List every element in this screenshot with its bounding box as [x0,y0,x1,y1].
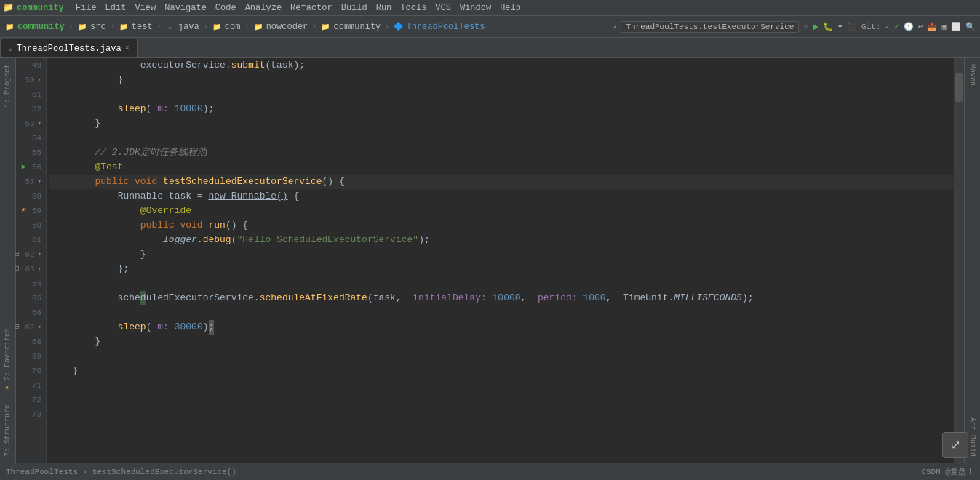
line-num-66: 66 [16,305,41,320]
menu-item-help[interactable]: Help [495,1,525,15]
bc-community[interactable]: community [333,22,381,32]
code-editor[interactable]: executorService.submit(task); } sleep( m… [47,58,954,463]
method-selector[interactable]: ThreadPoolTests.testExecutorService [621,21,799,33]
code-line-58: Runnable task = new Runnable() { [49,189,954,204]
line-num-57: 57▾ [16,175,41,189]
tab-title: ThreadPoolTests.java [17,44,121,54]
tab-threadpool[interactable]: ☕ ThreadPoolTests.java × [0,39,138,57]
line-numbers: 4950▾515253▾5455▶5657▾58⊙596061⊟62▾⊟63▾6… [16,58,47,463]
bc-nowcoder[interactable]: nowcoder [266,22,308,32]
code-line-53: } [49,116,954,131]
toolbar: 📁 community › 📁 src › 📁 test › ☕ java › … [0,16,980,38]
gutter-icon-59[interactable]: ⊙ [19,206,29,216]
line-num-54: 54 [16,131,41,145]
menu-item-window[interactable]: Window [455,1,495,15]
menu-item-view[interactable]: View [130,1,160,15]
line-num-69: 69 [16,349,41,364]
git-label: Git: [861,23,880,31]
bc-src-icon: 📁 [77,22,87,32]
fold-arrow-63[interactable]: ▾ [38,262,41,276]
fold-arrow-50[interactable]: ▾ [38,73,41,87]
line-num-59: ⊙59 [16,204,41,218]
menu-item-vcs[interactable]: VCS [431,1,455,15]
expand-button[interactable]: ⤢ [942,432,968,458]
code-line-52: sleep( m: 10000); [49,102,954,116]
code-line-67: sleep( m: 30000); [49,320,954,335]
line-num-56: ▶56 [16,160,41,175]
main-layout: 1: Project ★ 2: Favorites 7: Structure 4… [0,58,980,463]
git-clock: 🕐 [904,22,914,31]
code-line-64 [49,276,954,291]
left-sidebar: 1: Project ★ 2: Favorites 7: Structure [0,58,16,463]
fold-arrow-67[interactable]: ▾ [38,320,41,335]
code-line-66 [49,305,954,320]
status-right-text: CSDN @复盘！ [921,466,974,477]
code-line-56: @Test [49,160,954,175]
bc-src[interactable]: src [90,22,106,32]
menu-item-run[interactable]: Run [372,1,397,15]
coverage-button[interactable]: ☂ [837,22,842,31]
right-panel: Maven Ant Build [964,58,980,463]
git-check1: ✓ [885,22,891,31]
sidebar-favorites[interactable]: ★ 2: Favorites [2,322,13,399]
menu-item-code[interactable]: Code [211,1,241,15]
bc-test[interactable]: test [132,22,153,32]
fold-arrow-62[interactable]: ▾ [38,247,41,262]
bc-java[interactable]: java [178,22,199,32]
bc-nowcoder-icon: 📁 [253,22,263,32]
menu-item-tools[interactable]: Tools [396,1,431,15]
right-maven[interactable]: Maven [967,58,978,92]
project-name: community [17,3,64,13]
menu-item-build[interactable]: Build [337,1,372,15]
gutter-icon-62[interactable]: ⊟ [12,249,22,260]
code-line-54 [49,131,954,145]
gutter-icon-56[interactable]: ▶ [19,162,29,172]
stop-button[interactable]: ⬛ [847,22,857,31]
menu-item-analyze[interactable]: Analyze [241,1,286,15]
gutter-icon-67[interactable]: ⊟ [12,322,22,332]
git-layout2: ⬜ [951,22,961,31]
menu-item-edit[interactable]: Edit [101,1,131,15]
toolbar-right: ↗ ThreadPoolTests.testExecutorService ▼ … [612,20,976,33]
breadcrumb-project-icon: 📁 [4,22,15,32]
right-ant[interactable]: Ant Build [967,412,978,463]
menu-item-file[interactable]: File [71,1,101,15]
git-layout1: ▣ [941,22,947,31]
line-num-72: 72 [16,393,41,407]
line-num-70: 70 [16,364,41,378]
bc-sep5: › [244,22,249,32]
code-line-71 [49,378,954,393]
status-bar: ThreadPoolTests › testScheduledExecutorS… [0,463,980,480]
run-button[interactable]: ▶ [813,20,818,33]
debug-button[interactable]: 🐛 [823,22,833,31]
line-num-64: 64 [16,276,41,291]
sidebar-project[interactable]: 1: Project [2,58,13,113]
bc-java-icon: ☕ [165,22,175,32]
status-breadcrumb: ThreadPoolTests › testScheduledExecutorS… [6,468,236,476]
line-num-68: 68 [16,335,41,349]
method-dropdown-icon[interactable]: ▼ [803,23,808,31]
bc-class-icon: 🔷 [394,22,404,31]
bc-community-icon: 📁 [320,22,330,32]
gutter-icon-63[interactable]: ⊟ [12,264,22,274]
fold-arrow-57[interactable]: ▾ [38,175,41,189]
search-everywhere[interactable]: 🔍 [965,22,976,31]
line-num-62: ⊟62▾ [16,247,41,262]
bc-project[interactable]: community [17,22,65,32]
right-scrollbar[interactable] [954,58,964,463]
menu-item-navigate[interactable]: Navigate [160,1,211,15]
bc-com[interactable]: com [225,22,241,32]
fold-arrow-53[interactable]: ▾ [38,116,41,131]
bc-class[interactable]: ThreadPoolTests [407,22,485,32]
code-line-65: scheduledExecutorService.scheduleAtFixed… [49,291,954,305]
menu-item-refactor[interactable]: Refactor [286,1,337,15]
tab-file-icon: ☕ [8,44,13,53]
code-line-55: // 2.JDK定时任务线程池 [49,145,954,160]
sidebar-structure[interactable]: 7: Structure [2,399,13,463]
code-line-63: }; [49,262,954,276]
git-check2: ✓ [894,22,899,31]
cursor-icon: ↗ [612,23,616,31]
tab-close-button[interactable]: × [125,44,130,52]
line-num-55: 55 [16,145,41,160]
line-num-73: 73 [16,407,41,422]
